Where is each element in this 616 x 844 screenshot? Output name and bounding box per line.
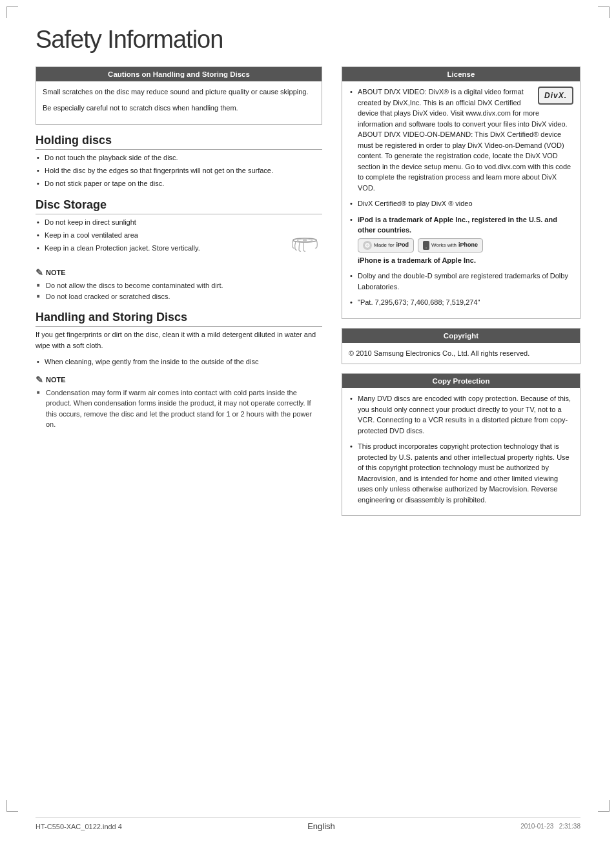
license-list: DivX. ABOUT DIVX VIDEO: DivX® is a digit…	[349, 87, 573, 308]
footer-file-info: HT-C550-XAC_0122.indd 4	[36, 823, 122, 830]
cautions-body: Small scratches on the disc may reduce s…	[36, 81, 322, 124]
footer-language: English	[307, 821, 335, 831]
license-body: DivX. ABOUT DIVX VIDEO: DivX® is a digit…	[342, 81, 580, 318]
cautions-box: Cautions on Handling and Storing Discs S…	[36, 67, 322, 125]
divx-logo: DivX.	[538, 87, 573, 105]
disc-storage-title: Disc Storage	[36, 198, 322, 214]
made-for-label: Made for	[374, 242, 395, 249]
svg-point-6	[426, 247, 427, 249]
footer-datetime: 2010-01-23 2:31:38	[520, 823, 580, 830]
cautions-text1: Small scratches on the disc may reduce s…	[43, 87, 315, 98]
list-item: When cleaning, wipe gently from the insi…	[36, 356, 322, 367]
note-title-2: ✎ NOTE	[36, 375, 322, 385]
note-list-1: Do not allow the discs to become contami…	[36, 280, 322, 302]
copyright-text: © 2010 Samsung Electronics Co., Ltd. All…	[349, 348, 573, 359]
holding-discs-list: Do not touch the playback side of the di…	[36, 152, 322, 189]
dolby-text: Dolby and the double-D symbol are regist…	[358, 272, 568, 291]
right-column: License DivX. ABOUT DIVX VIDEO: DivX® is…	[342, 67, 580, 525]
disc-storage-list: Do not keep in direct sunlight Keep in a…	[36, 217, 282, 256]
corner-mark-tl	[6, 6, 18, 18]
iphone-icon	[424, 242, 429, 249]
note-section-2: ✎ NOTE Condensation may form if warm air…	[36, 375, 322, 430]
note-item: Condensation may form if warm air comes …	[36, 387, 322, 430]
copy-protection-body: Many DVD discs are encoded with copy pro…	[342, 388, 580, 515]
list-item: Keep in a clean Protection jacket. Store…	[36, 243, 282, 254]
page-footer: HT-C550-XAC_0122.indd 4 English 2010-01-…	[36, 817, 580, 831]
copyright-header: Copyright	[342, 329, 580, 343]
copy-protection-list: Many DVD discs are encoded with copy pro…	[349, 393, 573, 505]
note-list-2: Condensation may form if warm air comes …	[36, 387, 322, 430]
note-icon-2: ✎	[36, 375, 43, 385]
patent-text: "Pat. 7,295,673; 7,460,688; 7,519,274"	[358, 298, 480, 306]
page-title: Safety Information	[36, 26, 580, 54]
license-ipod-item: iPod is a trademark of Apple Inc., regis…	[349, 214, 573, 266]
iphone-trademark-text: iPhone is a trademark of Apple Inc.	[358, 256, 476, 264]
works-with-label: Works with	[431, 242, 457, 249]
license-divx-item: DivX. ABOUT DIVX VIDEO: DivX® is a digit…	[349, 87, 573, 193]
ipod-badge-label: iPod	[396, 241, 409, 250]
note-label-2: NOTE	[46, 376, 66, 384]
works-with-iphone-badge: Works with iPhone	[418, 238, 483, 252]
page: Safety Information Cautions on Handling …	[0, 0, 616, 844]
two-column-layout: Cautions on Handling and Storing Discs S…	[36, 67, 580, 525]
note-icon-1: ✎	[36, 267, 43, 278]
cautions-header: Cautions on Handling and Storing Discs	[36, 67, 322, 81]
license-section: License DivX. ABOUT DIVX VIDEO: DivX® is…	[342, 67, 580, 319]
license-divx-certified: DivX Certified® to play DivX ® video	[349, 198, 573, 209]
copy-protection-item-2: This product incorporates copyright prot…	[349, 441, 573, 505]
left-column: Cautions on Handling and Storing Discs S…	[36, 67, 322, 525]
handling-storing-list: When cleaning, wipe gently from the insi…	[36, 356, 322, 367]
corner-mark-tr	[598, 6, 610, 18]
iphone-badge-label: iPhone	[458, 241, 478, 250]
divx-certified-text: DivX Certified® to play DivX ® video	[358, 200, 473, 207]
list-item: Do not stick paper or tape on the disc.	[36, 178, 322, 189]
svg-point-4	[366, 244, 369, 247]
copy-protection-section: Copy Protection Many DVD discs are encod…	[342, 373, 580, 516]
cautions-text2: Be especially careful not to scratch dis…	[43, 103, 315, 114]
list-item: Do not keep in direct sunlight	[36, 217, 282, 228]
corner-mark-br	[598, 800, 610, 812]
iphone-rect-icon	[423, 241, 429, 250]
list-item: Keep in a cool ventilated area	[36, 230, 282, 241]
license-header: License	[342, 67, 580, 81]
copyright-body: © 2010 Samsung Electronics Co., Ltd. All…	[342, 343, 580, 364]
handling-storing-text: If you get fingerprints or dirt on the d…	[36, 329, 322, 351]
ipod-bold-text: iPod is a trademark of Apple Inc., regis…	[358, 216, 557, 234]
footer-date: 2010-01-23	[520, 823, 553, 830]
note-item: Do not allow the discs to become contami…	[36, 280, 322, 291]
license-dolby-item: Dolby and the double-D symbol are regist…	[349, 271, 573, 292]
note-label-1: NOTE	[46, 269, 66, 276]
note-item: Do not load cracked or scratched discs.	[36, 291, 322, 302]
footer-time: 2:31:38	[559, 823, 580, 830]
ipod-text: iPod is a trademark of Apple Inc., regis…	[358, 216, 557, 234]
badge-row: Made for iPod	[358, 238, 573, 252]
made-for-ipod-badge: Made for iPod	[358, 238, 414, 252]
note-section-1: ✎ NOTE Do not allow the discs to become …	[36, 267, 322, 302]
list-item: Do not touch the playback side of the di…	[36, 152, 322, 163]
disc-storage-image	[287, 229, 322, 258]
ipod-circle-icon	[363, 241, 372, 250]
corner-mark-bl	[6, 800, 18, 812]
copyright-section: Copyright © 2010 Samsung Electronics Co.…	[342, 328, 580, 365]
handling-storing-title: Handling and Storing Discs	[36, 311, 322, 327]
ipod-icon	[364, 242, 371, 249]
note-title-1: ✎ NOTE	[36, 267, 322, 278]
license-patent-item: "Pat. 7,295,673; 7,460,688; 7,519,274"	[349, 297, 573, 308]
copy-protection-item-1: Many DVD discs are encoded with copy pro…	[349, 393, 573, 436]
copy-protection-header: Copy Protection	[342, 374, 580, 388]
svg-point-2	[303, 240, 307, 241]
disc-storage-row: Do not keep in direct sunlight Keep in a…	[36, 217, 322, 261]
list-item: Hold the disc by the edges so that finge…	[36, 165, 322, 176]
holding-discs-title: Holding discs	[36, 134, 322, 150]
